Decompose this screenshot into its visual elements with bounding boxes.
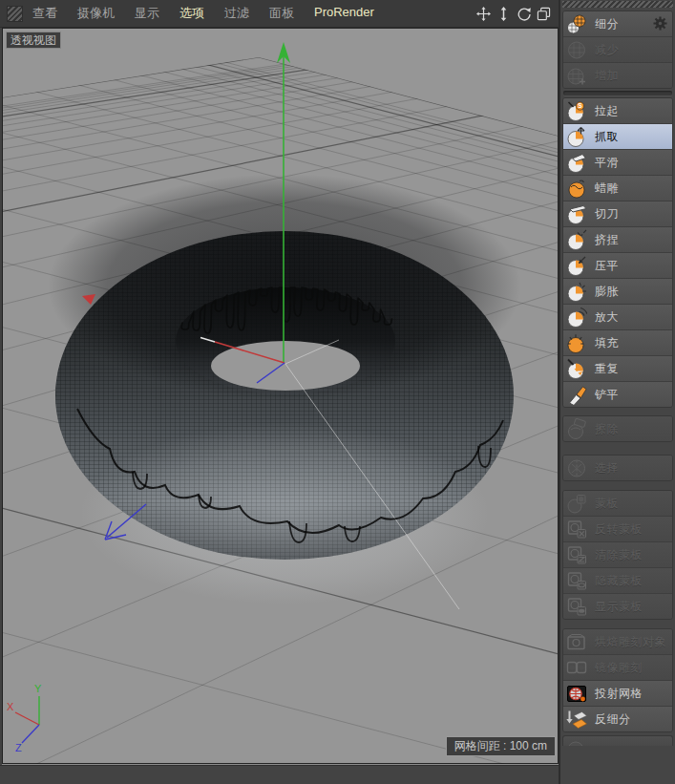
- tool-button-knife[interactable]: 切刀: [563, 201, 672, 227]
- tool-label: 蒙板: [595, 496, 619, 512]
- tool-label: 抓取: [595, 129, 619, 145]
- tool-button-mask[interactable]: 蒙板: [563, 491, 672, 517]
- tool-button-flatten[interactable]: 压平: [563, 253, 672, 279]
- tool-label: 投射网格: [595, 686, 643, 702]
- dolly-icon[interactable]: [496, 7, 511, 21]
- svg-text:S: S: [578, 102, 582, 109]
- tool-label: 放大: [595, 309, 619, 326]
- tool-button-increase[interactable]: 增加: [563, 63, 672, 88]
- menu-drag-grip-icon[interactable]: [7, 6, 23, 22]
- tool-label: 细分: [595, 16, 619, 32]
- tool-label: 挤捏: [595, 232, 619, 248]
- tool-label: 选择: [595, 460, 619, 477]
- tool-label: 减少: [595, 42, 619, 58]
- desubdivide-icon: [566, 709, 587, 730]
- show-mask-icon: [566, 596, 587, 617]
- group-divider: [563, 91, 672, 95]
- tool-group-g6: 烘焙雕刻对象镜像雕刻投射网格反细分: [562, 628, 673, 732]
- tool-button-show-mask[interactable]: 显示蒙板: [563, 594, 672, 619]
- tool-label: 隐藏蒙板: [595, 573, 643, 589]
- tool-button-erase[interactable]: 擦除: [563, 416, 672, 441]
- viewport-3d[interactable]: YXZ 透视视图 网格间距 : 100 cm: [2, 28, 559, 764]
- status-bar: [0, 765, 559, 784]
- tool-button-smooth[interactable]: 平滑: [563, 150, 672, 176]
- tool-group-g2: S拉起抓取平滑蜡雕切刀挤捏压平膨胀放大填充重复铲平: [562, 97, 673, 408]
- tool-label: 增加: [595, 68, 619, 84]
- tool-button-clear-mask[interactable]: 清除蒙板: [563, 542, 672, 568]
- menu-camera[interactable]: 摄像机: [77, 5, 115, 22]
- tool-group-g1: 细分减少增加: [562, 11, 673, 89]
- tool-button-fill[interactable]: 填充: [563, 330, 672, 356]
- tool-label: 清除蒙板: [595, 547, 643, 563]
- menu-panel[interactable]: 面板: [269, 5, 294, 22]
- svg-text:Z: Z: [15, 742, 22, 753]
- pan-icon[interactable]: [476, 7, 491, 21]
- tool-button-grab[interactable]: 抓取: [563, 124, 672, 150]
- increase-icon: [566, 65, 587, 86]
- panel-drag-handle[interactable]: [562, 1, 673, 8]
- smooth-icon: [566, 152, 587, 173]
- viewport-view-label: 透视视图: [6, 32, 61, 49]
- sculpt-tool-panel: 细分减少增加S拉起抓取平滑蜡雕切刀挤捏压平膨胀放大填充重复铲平擦除选择蒙板反转蒙…: [559, 0, 675, 784]
- knife-icon: [566, 203, 587, 224]
- tool-button-select[interactable]: 选择: [563, 456, 672, 480]
- mask-icon: [566, 493, 587, 514]
- tool-button-inflate[interactable]: 膨胀: [563, 279, 672, 305]
- invert-mask-icon: [566, 519, 587, 540]
- tool-button-scrape[interactable]: 铲平: [563, 382, 672, 407]
- inflate-icon: [566, 281, 587, 302]
- tool-button-project-mesh[interactable]: 投射网格: [563, 681, 672, 707]
- tool-label: 蜡雕: [595, 180, 619, 197]
- menu-filter[interactable]: 过滤: [224, 5, 249, 22]
- tool-label: 反转蒙板: [595, 521, 643, 538]
- torus-mesh-object[interactable]: [48, 174, 521, 609]
- tool-label: 镜像雕刻: [595, 660, 643, 676]
- tool-label: 重复: [595, 361, 619, 377]
- tool-button-bake-sculpt-object[interactable]: 烘焙雕刻对象: [563, 629, 672, 655]
- tool-label: 膨胀: [595, 284, 619, 300]
- tool-label: 压平: [595, 258, 619, 274]
- partial-tool-button[interactable]: [562, 735, 673, 746]
- pull-icon: S: [566, 100, 587, 121]
- tool-button-repeat[interactable]: 重复: [563, 356, 672, 382]
- menu-prorender[interactable]: ProRender: [314, 5, 374, 22]
- clear-mask-icon: [566, 544, 587, 565]
- viewport-scene[interactable]: YXZ: [3, 29, 558, 765]
- menu-options[interactable]: 选项: [179, 5, 204, 22]
- gear-icon[interactable]: [653, 16, 667, 31]
- viewport-view-controls: [476, 7, 551, 21]
- rotate-icon[interactable]: [517, 7, 531, 21]
- tool-button-invert-mask[interactable]: 反转蒙板: [563, 517, 672, 542]
- svg-text:Y: Y: [34, 683, 42, 694]
- tool-button-decrease[interactable]: 减少: [563, 37, 672, 63]
- menu-items: 查看摄像机显示选项过滤面板ProRender: [32, 5, 476, 22]
- orientation-axis-indicator: YXZ: [7, 683, 42, 753]
- menu-view[interactable]: 查看: [32, 5, 57, 22]
- mirror-sculpt-icon: [566, 657, 587, 678]
- cinema4d-window: 查看摄像机显示选项过滤面板ProRender: [0, 0, 675, 784]
- flatten-icon: [566, 255, 587, 276]
- repeat-icon: [566, 358, 587, 379]
- tool-group-g4: 选择: [562, 455, 673, 481]
- tool-label: 切刀: [595, 206, 619, 222]
- tool-button-amplify[interactable]: 放大: [563, 305, 672, 330]
- tool-button-desubdivide[interactable]: 反细分: [563, 707, 672, 731]
- tool-button-wax[interactable]: 蜡雕: [563, 176, 672, 201]
- tool-group-g5: 蒙板反转蒙板清除蒙板隐藏蒙板显示蒙板: [562, 490, 673, 620]
- tool-button-mirror-sculpt[interactable]: 镜像雕刻: [563, 655, 672, 681]
- tool-button-pinch[interactable]: 挤捏: [563, 227, 672, 253]
- tool-button-subdivide[interactable]: 细分: [563, 11, 672, 37]
- tool-button-pull[interactable]: S拉起: [563, 98, 672, 124]
- decrease-icon: [566, 39, 587, 60]
- grab-icon: [566, 126, 587, 147]
- tool-button-hide-mask[interactable]: 隐藏蒙板: [563, 568, 672, 594]
- viewport-menu-bar: 查看摄像机显示选项过滤面板ProRender: [0, 0, 559, 28]
- fill-icon: [566, 332, 587, 353]
- select-icon: [566, 457, 587, 478]
- tool-group-g3: 擦除: [562, 415, 673, 442]
- maximize-icon[interactable]: [537, 7, 551, 21]
- svg-text:X: X: [7, 701, 14, 712]
- bake-sculpt-icon: [566, 631, 587, 652]
- menu-display[interactable]: 显示: [135, 5, 159, 22]
- tool-label: 拉起: [595, 103, 619, 119]
